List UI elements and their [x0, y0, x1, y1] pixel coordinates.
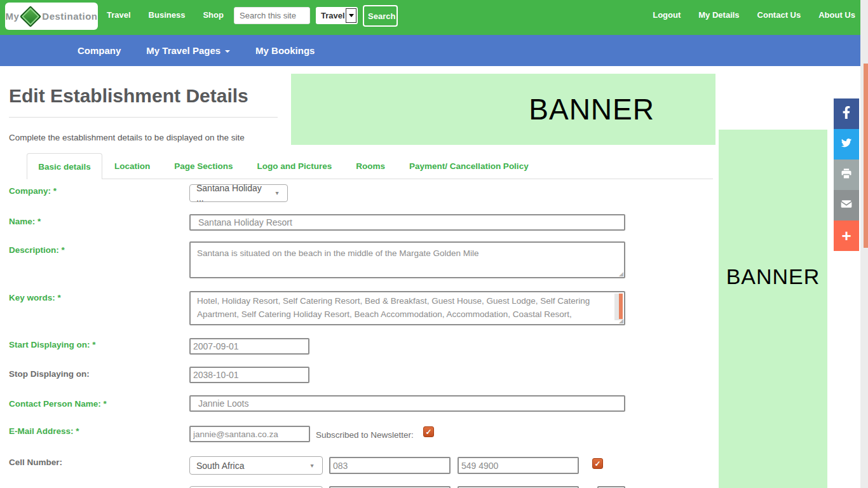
secondary-navbar: Company My Travel Pages My Bookings [0, 35, 868, 66]
search-category-value: Travel [321, 11, 345, 20]
stop-displaying-input[interactable] [189, 367, 309, 383]
search-button[interactable]: Search [363, 5, 398, 27]
description-field-wrap: Santana is situated on the beach in the … [189, 241, 625, 278]
page-subtitle: Complete the establishment details to be… [9, 133, 245, 142]
plus-icon: + [841, 226, 851, 246]
keywords-label: Key words: * [9, 293, 61, 302]
email-label: E-Mail Address: * [9, 426, 79, 436]
newsletter-label: Subscribed to Newsletter: [316, 430, 414, 440]
name-input[interactable] [189, 214, 625, 231]
facebook-share-button[interactable] [834, 98, 859, 129]
logo-text-destination: Destination [42, 11, 97, 22]
email-input[interactable] [189, 426, 310, 442]
globe-diamond-icon [20, 6, 41, 27]
facebook-icon [840, 106, 853, 121]
cell-country-select[interactable]: South Africa [189, 456, 323, 475]
tab-page-sections[interactable]: Page Sections [162, 161, 245, 171]
tab-basic-details[interactable]: Basic details [27, 153, 102, 179]
page-scrollbar-thumb[interactable] [864, 64, 868, 248]
subnav-my-travel-pages[interactable]: My Travel Pages [146, 45, 230, 56]
cell-number-input[interactable] [458, 457, 579, 474]
contact-person-label: Contact Person Name: * [9, 399, 107, 409]
subnav-company[interactable]: Company [78, 45, 121, 56]
chevron-down-icon [225, 50, 230, 53]
envelope-icon [840, 198, 853, 213]
stop-displaying-label: Stop Displaying on: [9, 369, 90, 379]
keywords-textarea[interactable]: Hotel, Holiday Resort, Self Catering Res… [191, 292, 624, 324]
print-button[interactable] [834, 159, 859, 190]
keywords-field-wrap: Hotel, Holiday Resort, Self Catering Res… [189, 291, 625, 325]
tabs-bottom-border [27, 179, 713, 179]
email-share-button[interactable] [834, 190, 859, 220]
keywords-scrollbar-thumb[interactable] [619, 294, 623, 319]
main-nav-links: Travel Business Shop [107, 0, 224, 29]
logo-text-my: My [5, 11, 19, 22]
company-label: Company: * [9, 186, 57, 196]
nav-link-travel[interactable]: Travel [107, 10, 131, 20]
printer-icon [840, 167, 853, 182]
top-navbar: My Destination Travel Business Shop Trav… [0, 0, 868, 35]
keywords-scrollbar-track[interactable] [614, 294, 623, 320]
tab-rooms[interactable]: Rooms [344, 161, 397, 171]
top-banner-text: BANNER [529, 92, 654, 126]
side-banner-ad: BANNER [719, 130, 827, 488]
title-divider [9, 117, 278, 118]
contact-person-input[interactable] [189, 395, 625, 412]
select-arrow-icon[interactable] [346, 8, 356, 23]
tab-row: Location Page Sections Logo and Pictures… [102, 153, 541, 179]
page-scrollbar-track[interactable] [860, 0, 868, 488]
twitter-share-button[interactable] [834, 129, 859, 159]
top-banner-ad: BANNER [291, 74, 715, 145]
company-select[interactable]: Santana Holiday ... [189, 184, 288, 202]
cell-display-checkbox[interactable]: ✓ [592, 458, 603, 469]
secondary-nav-links: Company My Travel Pages My Bookings [78, 35, 315, 66]
subnav-my-bookings[interactable]: My Bookings [255, 45, 315, 56]
site-logo[interactable]: My Destination [5, 3, 98, 30]
description-textarea[interactable]: Santana is situated on the beach in the … [191, 243, 624, 277]
nav-link-contact-us[interactable]: Contact Us [757, 10, 801, 20]
cell-prefix-input[interactable] [329, 457, 451, 474]
nav-link-business[interactable]: Business [149, 10, 186, 20]
tab-location[interactable]: Location [102, 161, 162, 171]
cell-number-label: Cell Number: [9, 458, 62, 467]
description-label: Description: * [9, 245, 65, 255]
tab-payment-cancellation-policy[interactable]: Payment/ Cancellation Policy [397, 161, 541, 171]
company-select-value: Santana Holiday ... [196, 183, 271, 203]
share-toolbar: + [834, 98, 859, 251]
nav-link-my-details[interactable]: My Details [698, 10, 739, 20]
page-title: Edit Establishment Details [9, 85, 248, 107]
page: My Destination Travel Business Shop Trav… [0, 0, 868, 488]
nav-link-about-us[interactable]: About Us [818, 10, 855, 20]
nav-link-logout[interactable]: Logout [653, 10, 681, 20]
search-category-select[interactable]: Travel [316, 7, 358, 24]
twitter-icon [840, 137, 853, 152]
more-share-button[interactable]: + [834, 220, 859, 251]
tab-logo-and-pictures[interactable]: Logo and Pictures [245, 161, 344, 171]
side-banner-text: BANNER [726, 264, 820, 288]
start-displaying-label: Start Displaying on: * [9, 340, 96, 349]
cell-country-value: South Africa [196, 461, 245, 471]
start-displaying-input[interactable] [189, 338, 309, 355]
newsletter-checkbox[interactable]: ✓ [423, 426, 434, 437]
name-label: Name: * [9, 217, 41, 226]
account-nav-links: Logout My Details Contact Us About Us [653, 0, 855, 29]
nav-link-shop[interactable]: Shop [203, 10, 224, 20]
search-input[interactable] [234, 7, 310, 24]
